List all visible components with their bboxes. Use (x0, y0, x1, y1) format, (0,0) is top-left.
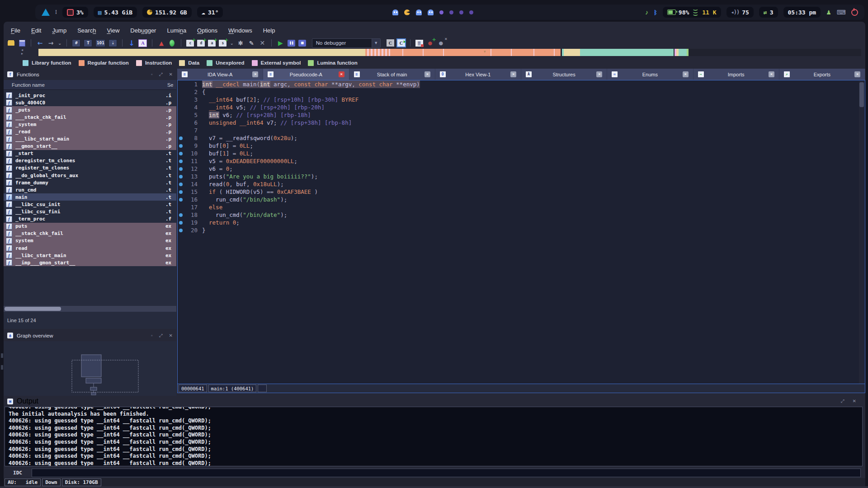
add-breakpoint-icon[interactable]: ● (426, 39, 434, 47)
volume-widget[interactable]: ◂)) 75 (726, 7, 754, 18)
menu-file[interactable]: File (6, 26, 25, 35)
function-row[interactable]: f__libc_csu_fini.t (4, 208, 176, 216)
make-code-icon[interactable]: c (186, 40, 194, 47)
make-string-icon[interactable]: s (219, 40, 226, 47)
search-next-icon[interactable]: ⇣ (108, 39, 117, 47)
debugger-combo[interactable]: No debugger▼ (312, 38, 381, 48)
float-icon[interactable]: ⤢ (159, 72, 163, 77)
graph-overview-header[interactable]: ⋔ Graph overview ▫ ⤢ ✕ (4, 330, 176, 341)
function-row[interactable]: f__libc_csu_init.t (4, 201, 176, 208)
function-row[interactable]: f_read.p (4, 128, 176, 135)
menu-help[interactable]: Help (259, 26, 280, 35)
function-row[interactable]: f___stack_chk_fail.p (4, 113, 176, 121)
problems-icon[interactable]: ▲ (157, 39, 165, 47)
dock-icon[interactable]: ▫ (151, 333, 153, 338)
function-row[interactable]: f__imp___gmon_start__ex (4, 259, 176, 266)
bluetooth-icon[interactable]: ᛒ (654, 9, 657, 16)
breakpoint-dot[interactable] (178, 190, 184, 194)
debug-stop-icon[interactable]: ■ (298, 40, 306, 47)
script-snippets-icon[interactable]: ≣ (415, 40, 423, 47)
navband-segment-instruction[interactable] (533, 49, 534, 56)
navband-segment-instruction[interactable] (443, 49, 444, 56)
breakpoint-dot[interactable] (178, 136, 184, 140)
tab-exports[interactable]: ↗Exports✕ (779, 69, 865, 80)
code-line[interactable]: 10 buf[1] = 0LL; (178, 150, 865, 157)
search-address-icon[interactable]: # (72, 39, 80, 47)
power-icon[interactable] (851, 9, 858, 16)
function-row[interactable]: f_puts.p (4, 106, 176, 113)
edit-function-icon[interactable]: ✎ (248, 39, 255, 47)
close-icon[interactable]: ✕ (169, 72, 173, 77)
navband-scroll-arrows[interactable]: ◂▸ (19, 48, 25, 56)
navband-segment-unexplored[interactable] (679, 49, 687, 56)
tab-close-icon[interactable]: ✕ (683, 71, 689, 77)
rename-icon[interactable]: A (138, 39, 147, 47)
code-line[interactable]: 8 v7 = __readfsqword(0x28u); (178, 134, 865, 142)
function-row[interactable]: f__libc_start_mainex (4, 252, 176, 259)
function-row[interactable]: f_init_proc.i (4, 92, 176, 99)
tab-close-icon[interactable]: ✕ (854, 71, 860, 77)
close-icon[interactable]: ✕ (853, 399, 856, 404)
code-line[interactable]: 19 return 0; (178, 219, 865, 226)
navband-segment-instruction[interactable] (491, 49, 491, 56)
tab-close-icon[interactable]: ✕ (425, 71, 430, 77)
workspace-ghost-icon[interactable] (392, 9, 398, 15)
menu-lumina[interactable]: Lumina (162, 26, 191, 35)
functions-list[interactable]: f_init_proc.ifsub_4004C0.pf_puts.pf___st… (4, 90, 176, 312)
function-row[interactable]: f_system.p (4, 121, 176, 128)
code-line[interactable]: 14 read(0, buf, 0x18uLL); (178, 180, 865, 188)
function-row[interactable]: freadex (4, 244, 176, 252)
breakpoint-dot[interactable] (178, 160, 184, 163)
breakpoint-dot[interactable] (178, 167, 184, 171)
workspace-dot-icon[interactable] (449, 10, 453, 14)
tab-imports[interactable]: →Imports✕ (693, 69, 779, 80)
breakpoint-dot[interactable] (178, 175, 184, 178)
navband-segment-unexplored[interactable] (580, 49, 674, 56)
workspace-dot-icon[interactable] (439, 10, 443, 14)
tab-close-icon[interactable]: ✕ (769, 71, 774, 77)
user-icon[interactable]: ♟ (826, 9, 831, 16)
chevron-down-icon[interactable]: ▼ (372, 39, 380, 47)
code-line[interactable]: 3 __int64 buf[2]; // [rsp+10h] [rbp-30h]… (178, 96, 865, 103)
tab-structures[interactable]: AStructures✕ (521, 69, 607, 80)
menu-debugger[interactable]: Debugger (126, 26, 160, 35)
debug-start-icon[interactable]: ▶ (277, 39, 284, 47)
function-row[interactable]: fsub_4004C0.p (4, 99, 176, 106)
dock-edge-marker[interactable] (1, 365, 3, 370)
delete-function-icon[interactable]: ✕ (259, 39, 266, 47)
workspace-dot-icon[interactable] (469, 10, 473, 14)
function-row[interactable]: f_start.t (4, 150, 176, 157)
tab-stack-of-main[interactable]: ≡Stack of main✕ (349, 69, 435, 80)
navband-segment-striped[interactable] (365, 49, 390, 56)
output-console[interactable]: 400626: using guessed type __int64 __fas… (5, 407, 863, 466)
code-line[interactable]: 9 buf[0] = 0LL; (178, 142, 865, 150)
tab-close-icon[interactable]: ✕ (339, 71, 344, 77)
run-script-icon[interactable]: C (397, 39, 405, 47)
breakpoint-dot[interactable] (178, 221, 184, 225)
function-row[interactable]: fframe_dummy.t (4, 179, 176, 186)
functions-hscrollbar[interactable] (4, 306, 176, 312)
column-function-name[interactable]: Function name (4, 82, 45, 88)
tab-enums[interactable]: ≔Enums✕ (607, 69, 693, 80)
function-row[interactable]: fsystemex (4, 237, 176, 244)
arch-linux-logo-icon[interactable] (42, 9, 50, 16)
menu-search[interactable]: Search (73, 26, 100, 35)
code-line[interactable]: 18 run_cmd("/bin/date"); (178, 211, 865, 219)
menu-options[interactable]: Options (193, 26, 222, 35)
function-row[interactable]: f__stack_chk_failex (4, 230, 176, 237)
workspace-ghost-icon[interactable] (428, 9, 434, 15)
navband-segment-instruction[interactable] (423, 49, 424, 56)
code-line[interactable]: 7 (178, 127, 865, 134)
tab-ida-view-a[interactable]: ≡IDA View-A✕ (177, 69, 263, 80)
remove-breakpoint-icon[interactable]: ● (437, 39, 445, 47)
function-row[interactable]: fderegister_tm_clones.t (4, 157, 176, 164)
tab-pseudocode-a[interactable]: ≡Pseudocode-A✕ (263, 69, 349, 80)
function-row[interactable]: fmain.t (4, 193, 176, 201)
code-line[interactable]: 13 puts("Are you a big boiiiii??"); (178, 173, 865, 180)
code-line[interactable]: 5 int v6; // [rsp+28h] [rbp-18h] (178, 111, 865, 119)
tab-hex-view-1[interactable]: OHex View-1✕ (435, 69, 521, 80)
menu-dots-icon[interactable]: ⁞ (55, 9, 57, 16)
workspace-ghost-icon[interactable] (416, 9, 422, 15)
code-line[interactable]: 1int __cdecl main(int argc, const char *… (178, 80, 865, 88)
compile-script-icon[interactable]: C (387, 39, 394, 47)
